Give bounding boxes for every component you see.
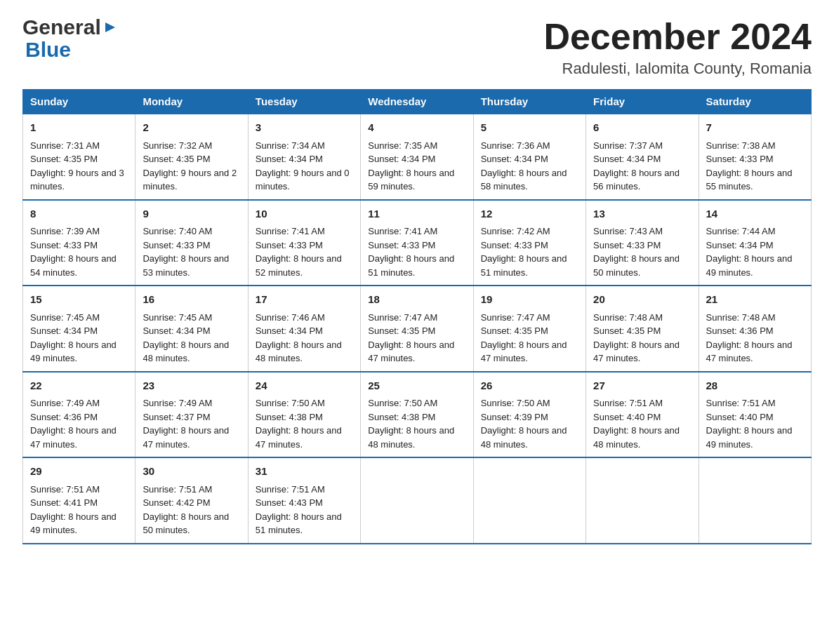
calendar-day-11: 11 Sunrise: 7:41 AM Sunset: 4:33 PM Dayl…	[361, 200, 473, 286]
day-number: 9	[143, 206, 240, 222]
day-number: 30	[143, 464, 240, 480]
day-sunset: Sunset: 4:34 PM	[30, 326, 98, 336]
day-number: 5	[481, 120, 578, 136]
day-sunset: Sunset: 4:34 PM	[368, 154, 435, 164]
logo-arrow-icon	[102, 20, 118, 35]
calendar-day-29: 29 Sunrise: 7:51 AM Sunset: 4:41 PM Dayl…	[23, 457, 135, 544]
day-sunrise: Sunrise: 7:49 AM	[30, 398, 100, 408]
day-sunrise: Sunrise: 7:51 AM	[143, 484, 212, 495]
day-number: 29	[30, 464, 128, 480]
logo-general: General	[22, 17, 101, 38]
empty-cell	[699, 457, 811, 544]
day-sunset: Sunset: 4:43 PM	[256, 497, 323, 508]
day-daylight: Daylight: 8 hours and 47 minutes.	[481, 340, 567, 364]
day-sunrise: Sunrise: 7:51 AM	[706, 398, 776, 408]
day-daylight: Daylight: 8 hours and 50 minutes.	[143, 511, 229, 536]
day-number: 20	[593, 292, 691, 308]
calendar-day-28: 28 Sunrise: 7:51 AM Sunset: 4:40 PM Dayl…	[699, 372, 811, 458]
calendar-day-12: 12 Sunrise: 7:42 AM Sunset: 4:33 PM Dayl…	[473, 200, 585, 286]
day-sunrise: Sunrise: 7:48 AM	[706, 312, 776, 323]
day-sunrise: Sunrise: 7:51 AM	[593, 398, 663, 408]
calendar-day-27: 27 Sunrise: 7:51 AM Sunset: 4:40 PM Dayl…	[586, 372, 699, 458]
day-sunset: Sunset: 4:33 PM	[481, 240, 548, 250]
weekday-header-saturday: Saturday	[699, 90, 811, 114]
weekday-header-tuesday: Tuesday	[248, 90, 360, 114]
calendar-day-22: 22 Sunrise: 7:49 AM Sunset: 4:36 PM Dayl…	[23, 372, 135, 458]
day-sunrise: Sunrise: 7:37 AM	[593, 140, 663, 151]
day-number: 24	[256, 378, 353, 394]
day-number: 6	[593, 120, 691, 136]
calendar-day-5: 5 Sunrise: 7:36 AM Sunset: 4:34 PM Dayli…	[473, 114, 585, 200]
calendar-day-3: 3 Sunrise: 7:34 AM Sunset: 4:34 PM Dayli…	[248, 114, 360, 200]
calendar-day-20: 20 Sunrise: 7:48 AM Sunset: 4:35 PM Dayl…	[586, 286, 699, 372]
day-daylight: Daylight: 8 hours and 50 minutes.	[593, 253, 680, 278]
day-sunset: Sunset: 4:34 PM	[481, 154, 548, 164]
day-daylight: Daylight: 8 hours and 52 minutes.	[256, 253, 342, 278]
day-sunrise: Sunrise: 7:43 AM	[593, 226, 663, 236]
day-number: 2	[143, 120, 240, 136]
svg-marker-0	[105, 22, 115, 32]
day-daylight: Daylight: 8 hours and 47 minutes.	[30, 425, 117, 450]
day-daylight: Daylight: 8 hours and 47 minutes.	[593, 340, 680, 364]
day-sunrise: Sunrise: 7:34 AM	[256, 140, 325, 151]
day-sunset: Sunset: 4:33 PM	[256, 240, 323, 250]
day-daylight: Daylight: 8 hours and 56 minutes.	[593, 168, 680, 192]
page-title: December 2024	[543, 17, 812, 57]
day-sunset: Sunset: 4:40 PM	[593, 412, 661, 422]
day-sunrise: Sunrise: 7:39 AM	[30, 226, 100, 236]
day-number: 28	[706, 378, 804, 394]
day-number: 27	[593, 378, 691, 394]
day-sunset: Sunset: 4:34 PM	[143, 326, 210, 336]
day-sunset: Sunset: 4:35 PM	[593, 326, 661, 336]
calendar-week-3: 15 Sunrise: 7:45 AM Sunset: 4:34 PM Dayl…	[23, 286, 812, 372]
day-sunrise: Sunrise: 7:40 AM	[143, 226, 212, 236]
empty-cell	[361, 457, 473, 544]
day-sunrise: Sunrise: 7:50 AM	[256, 398, 325, 408]
day-sunset: Sunset: 4:35 PM	[368, 326, 435, 336]
day-daylight: Daylight: 8 hours and 53 minutes.	[143, 253, 229, 278]
calendar-week-2: 8 Sunrise: 7:39 AM Sunset: 4:33 PM Dayli…	[23, 200, 812, 286]
day-sunrise: Sunrise: 7:44 AM	[706, 226, 776, 236]
calendar-day-24: 24 Sunrise: 7:50 AM Sunset: 4:38 PM Dayl…	[248, 372, 360, 458]
day-sunrise: Sunrise: 7:42 AM	[481, 226, 550, 236]
day-daylight: Daylight: 8 hours and 58 minutes.	[481, 168, 567, 192]
day-daylight: Daylight: 8 hours and 48 minutes.	[368, 425, 454, 450]
weekday-header-monday: Monday	[135, 90, 248, 114]
day-sunrise: Sunrise: 7:48 AM	[593, 312, 663, 323]
day-daylight: Daylight: 9 hours and 2 minutes.	[143, 168, 237, 192]
day-sunset: Sunset: 4:38 PM	[256, 412, 323, 422]
day-sunset: Sunset: 4:35 PM	[30, 154, 98, 164]
calendar-day-15: 15 Sunrise: 7:45 AM Sunset: 4:34 PM Dayl…	[23, 286, 135, 372]
calendar-day-14: 14 Sunrise: 7:44 AM Sunset: 4:34 PM Dayl…	[699, 200, 811, 286]
day-number: 10	[256, 206, 353, 222]
day-sunrise: Sunrise: 7:32 AM	[143, 140, 212, 151]
calendar-day-2: 2 Sunrise: 7:32 AM Sunset: 4:35 PM Dayli…	[135, 114, 248, 200]
day-sunset: Sunset: 4:33 PM	[30, 240, 98, 250]
weekday-header-sunday: Sunday	[23, 90, 135, 114]
day-number: 21	[706, 292, 804, 308]
logo: General Blue	[22, 17, 118, 62]
calendar-day-10: 10 Sunrise: 7:41 AM Sunset: 4:33 PM Dayl…	[248, 200, 360, 286]
page-header: General Blue December 2024 Radulesti, Ia…	[22, 17, 812, 78]
day-daylight: Daylight: 8 hours and 48 minutes.	[593, 425, 680, 450]
day-sunrise: Sunrise: 7:46 AM	[256, 312, 325, 323]
calendar-table: SundayMondayTuesdayWednesdayThursdayFrid…	[22, 89, 812, 544]
day-daylight: Daylight: 8 hours and 47 minutes.	[368, 340, 454, 364]
calendar-day-17: 17 Sunrise: 7:46 AM Sunset: 4:34 PM Dayl…	[248, 286, 360, 372]
day-daylight: Daylight: 9 hours and 0 minutes.	[256, 168, 350, 192]
day-sunset: Sunset: 4:34 PM	[593, 154, 661, 164]
day-sunrise: Sunrise: 7:50 AM	[368, 398, 437, 408]
calendar-day-19: 19 Sunrise: 7:47 AM Sunset: 4:35 PM Dayl…	[473, 286, 585, 372]
day-sunrise: Sunrise: 7:49 AM	[143, 398, 212, 408]
calendar-day-13: 13 Sunrise: 7:43 AM Sunset: 4:33 PM Dayl…	[586, 200, 699, 286]
day-daylight: Daylight: 8 hours and 47 minutes.	[706, 340, 793, 364]
day-number: 26	[481, 378, 578, 394]
day-daylight: Daylight: 8 hours and 49 minutes.	[30, 511, 117, 536]
day-sunset: Sunset: 4:33 PM	[368, 240, 435, 250]
day-sunrise: Sunrise: 7:51 AM	[30, 484, 100, 495]
day-daylight: Daylight: 8 hours and 49 minutes.	[706, 425, 793, 450]
calendar-day-4: 4 Sunrise: 7:35 AM Sunset: 4:34 PM Dayli…	[361, 114, 473, 200]
day-number: 25	[368, 378, 465, 394]
calendar-day-23: 23 Sunrise: 7:49 AM Sunset: 4:37 PM Dayl…	[135, 372, 248, 458]
day-number: 4	[368, 120, 465, 136]
